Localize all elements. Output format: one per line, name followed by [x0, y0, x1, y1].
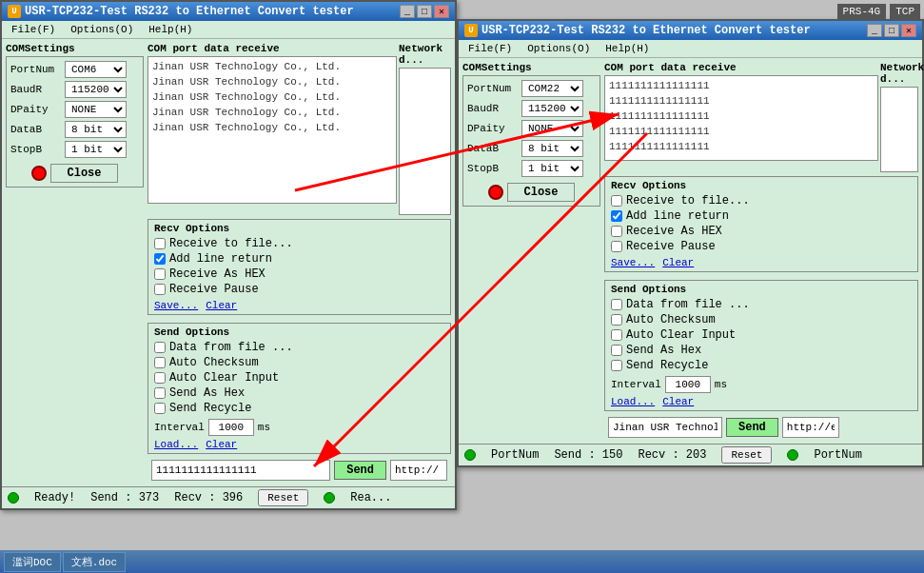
interval-input-2[interactable]: [665, 376, 711, 393]
bottom-bar-2: Send: [604, 415, 918, 440]
datab-label-1: DataB: [10, 124, 63, 135]
com-port-area-2: 1111111111111111 1111111111111111 111111…: [604, 75, 878, 161]
recv-file-cb-1[interactable]: [154, 238, 166, 249]
com-line-1-2: Jinan USR Technology Co., Ltd.: [152, 89, 392, 105]
recv-pause-label-2: Receive Pause: [626, 240, 716, 253]
send-hex-label-2: Send As Hex: [626, 344, 701, 357]
tcp-indicator: TCP: [890, 4, 920, 19]
stopb-select-1[interactable]: 1 bit: [65, 141, 127, 158]
interval-unit-1: ms: [258, 422, 270, 433]
auto-checksum-cb-1[interactable]: [154, 357, 166, 368]
hex-line-2-4: 1111111111111111: [609, 139, 874, 154]
recv-options-2: Recv Options Receive to file... Add line…: [604, 176, 918, 272]
taskbar-item-0[interactable]: 滥词DOC: [4, 552, 61, 572]
minimize-btn-2[interactable]: _: [867, 24, 882, 37]
title-bar-2[interactable]: U USR-TCP232-Test RS232 to Ethernet Conv…: [459, 21, 922, 40]
com-settings-label-1: COMSettings: [6, 43, 144, 54]
close-button-1[interactable]: Close: [50, 164, 117, 183]
portnum-select-2[interactable]: COM22: [521, 80, 583, 97]
save-link-2[interactable]: Save...: [611, 257, 655, 268]
menu-bar-2: File(F) Options(O) Help(H): [459, 40, 922, 58]
ready-text-2: PortNum: [491, 448, 539, 462]
recv-count-1: Recv : 396: [174, 491, 243, 504]
send-recycle-cb-2[interactable]: [611, 360, 622, 371]
taskbar-item-1[interactable]: 文档.doc: [63, 552, 126, 572]
send-label-2: Send Options: [611, 284, 912, 295]
close-button-2[interactable]: Close: [507, 183, 574, 202]
send-input-1[interactable]: [151, 460, 330, 481]
menu-options-2[interactable]: Options(O): [521, 42, 596, 55]
com-settings-2: COMSettings PortNum COM22 BaudR 115200 D…: [462, 62, 600, 440]
save-link-1[interactable]: Save...: [154, 300, 198, 311]
close-btn-1[interactable]: ✕: [434, 5, 449, 18]
menu-help-1[interactable]: Help(H): [143, 23, 198, 36]
add-line-cb-1[interactable]: [154, 253, 166, 265]
dpaity-select-1[interactable]: NONE: [65, 101, 127, 118]
data-file-cb-2[interactable]: [611, 299, 622, 310]
stopb-select-2[interactable]: 1 bit: [521, 160, 583, 177]
send-input-2[interactable]: [608, 417, 722, 438]
recv-pause-label-1: Receive Pause: [169, 283, 259, 296]
send-options-1: Send Options Data from file ... Auto Che…: [147, 323, 451, 454]
recv-file-cb-2[interactable]: [611, 195, 622, 207]
http-input-2[interactable]: [782, 417, 839, 438]
add-line-cb-2[interactable]: [611, 210, 622, 222]
auto-clear-cb-2[interactable]: [611, 329, 622, 341]
recv-label-1: Recv Options: [154, 223, 444, 234]
menu-help-2[interactable]: Help(H): [600, 42, 655, 55]
topbar-indicators: PRS-4G TCP: [837, 4, 920, 19]
menu-options-1[interactable]: Options(O): [65, 23, 139, 36]
recv-pause-cb-2[interactable]: [611, 241, 622, 252]
send-hex-label-1: Send As Hex: [169, 386, 245, 400]
send-button-1[interactable]: Send: [334, 461, 386, 480]
dpaity-select-2[interactable]: NONE: [521, 120, 583, 137]
clear-link-3[interactable]: Clear: [662, 257, 694, 268]
datab-select-1[interactable]: 8 bit: [65, 121, 127, 138]
status-led-1b: [324, 492, 335, 504]
recv-hex-cb-1[interactable]: [154, 268, 166, 280]
portnum-label-2: PortNum: [467, 83, 520, 94]
portnum-select-1[interactable]: COM6: [65, 61, 127, 78]
reset-button-2[interactable]: Reset: [721, 446, 772, 464]
baudr-select-2[interactable]: 115200: [521, 100, 583, 117]
clear-link-2[interactable]: Clear: [206, 439, 237, 450]
ready-label2-2: PortNum: [814, 448, 861, 462]
data-file-label-1: Data from file ...: [169, 341, 293, 354]
menu-bar-1: File(F) Options(O) Help(H): [2, 21, 455, 39]
load-link-2[interactable]: Load...: [611, 396, 655, 407]
com-port-label-1: COM port data receive: [147, 43, 397, 54]
network-area-2: [880, 87, 918, 172]
auto-clear-cb-1[interactable]: [154, 372, 166, 384]
send-hex-cb-2[interactable]: [611, 345, 622, 356]
minimize-btn-1[interactable]: _: [400, 5, 415, 18]
recv-hex-label-2: Receive As HEX: [626, 225, 722, 238]
recv-pause-cb-1[interactable]: [154, 284, 166, 295]
recv-hex-label-1: Receive As HEX: [169, 267, 265, 281]
load-link-1[interactable]: Load...: [154, 439, 198, 450]
http-input-1[interactable]: [390, 460, 447, 481]
menu-file-1[interactable]: File(F): [6, 23, 61, 36]
hex-line-2-3: 1111111111111111: [609, 124, 874, 139]
interval-label-2: Interval: [611, 379, 661, 390]
title-bar-1[interactable]: U USR-TCP232-Test RS232 to Ethernet Conv…: [2, 2, 455, 21]
clear-link-1[interactable]: Clear: [206, 300, 237, 311]
reset-button-1[interactable]: Reset: [258, 489, 308, 506]
send-button-2[interactable]: Send: [726, 418, 778, 437]
auto-checksum-cb-2[interactable]: [611, 314, 622, 326]
interval-input-1[interactable]: [208, 419, 254, 436]
baudr-select-1[interactable]: 115200: [65, 81, 127, 98]
maximize-btn-1[interactable]: □: [417, 5, 432, 18]
com-settings-1: COMSettings PortNum COM6 BaudR 115200 DP…: [6, 43, 144, 483]
hex-line-2-2: 1111111111111111: [609, 109, 874, 124]
maximize-btn-2[interactable]: □: [884, 24, 899, 37]
com-line-1-4: Jinan USR Technology Co., Ltd.: [152, 120, 392, 135]
menu-file-2[interactable]: File(F): [462, 42, 518, 55]
close-btn-2[interactable]: ✕: [901, 24, 916, 37]
data-file-cb-1[interactable]: [154, 342, 166, 353]
send-hex-cb-1[interactable]: [154, 387, 166, 399]
datab-select-2[interactable]: 8 bit: [521, 140, 583, 157]
clear-link-4[interactable]: Clear: [662, 396, 694, 407]
send-recycle-cb-1[interactable]: [154, 403, 166, 414]
recv-hex-cb-2[interactable]: [611, 226, 622, 237]
interval-label-1: Interval: [154, 422, 205, 433]
